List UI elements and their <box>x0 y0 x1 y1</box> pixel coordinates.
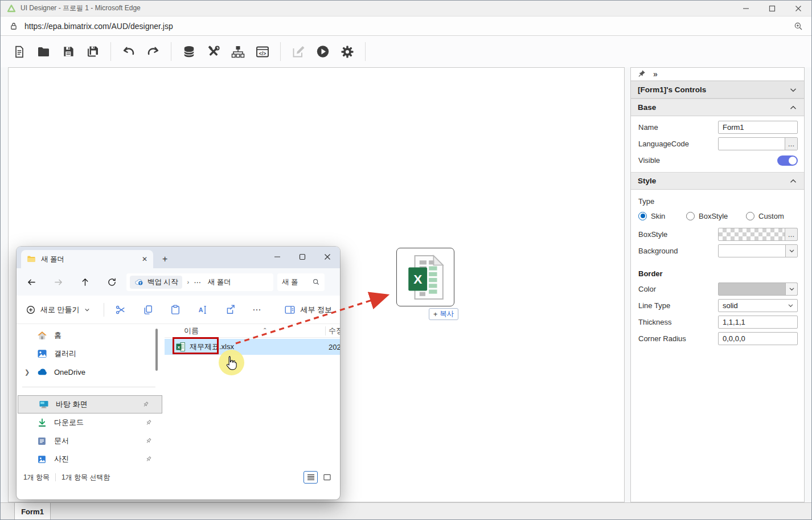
column-modified[interactable]: 수정 <box>329 326 340 336</box>
close-button[interactable] <box>785 1 811 16</box>
new-file-icon[interactable] <box>13 45 26 59</box>
column-divider[interactable] <box>325 326 326 335</box>
tools-icon[interactable] <box>207 45 220 59</box>
breadcrumb-more[interactable]: ⋯ <box>194 278 201 286</box>
column-name[interactable]: 이름 <box>184 326 199 336</box>
address-bar[interactable]: 백업 시작 › ⋯ 새 폴더 <box>126 273 273 291</box>
radio-custom[interactable] <box>746 212 754 220</box>
minimize-button[interactable] <box>733 1 759 16</box>
radio-skin[interactable] <box>638 212 647 220</box>
maximize-button[interactable] <box>759 1 785 16</box>
pin-icon[interactable] <box>638 69 646 79</box>
redo-icon[interactable] <box>146 45 160 59</box>
border-color-row: Color <box>631 281 804 297</box>
properties-panel: » [Form1]'s Controls Base Name LanguageC… <box>630 67 805 502</box>
border-color-label: Color <box>638 285 718 293</box>
database-icon[interactable] <box>182 45 196 59</box>
corner-radius-input[interactable] <box>718 332 798 345</box>
sidebar-item-home[interactable]: 홈 <box>17 326 165 345</box>
file-modified-date: 2025 <box>329 343 340 351</box>
open-folder-icon[interactable] <box>37 45 51 59</box>
rename-icon[interactable]: A <box>196 304 209 316</box>
line-type-row: Line Type solid <box>631 297 804 314</box>
chevron-down-icon <box>84 307 90 313</box>
pin-icon <box>142 401 149 408</box>
border-color-dropdown-button[interactable] <box>785 283 797 295</box>
new-tab-button[interactable]: + <box>162 254 167 264</box>
explorer-tab[interactable]: 새 폴더 ✕ <box>21 250 153 268</box>
chevron-down-icon <box>789 286 795 292</box>
back-icon[interactable] <box>23 277 39 287</box>
style-section-header[interactable]: Style <box>631 172 804 190</box>
refresh-icon[interactable] <box>104 277 120 287</box>
languagecode-browse-button[interactable]: … <box>785 138 797 150</box>
list-view-icon <box>307 474 315 481</box>
sidebar-item-downloads[interactable]: 다운로드 <box>17 413 165 432</box>
window-title: UI Designer - 프로필 1 - Microsoft Edge <box>20 3 141 13</box>
app-favicon-icon <box>7 4 16 13</box>
url-bar[interactable]: https://epa.bimatrix.com/AUD/designer.js… <box>1 17 811 36</box>
share-icon[interactable] <box>224 304 236 316</box>
controls-header[interactable]: [Form1]'s Controls <box>631 81 804 99</box>
explorer-minimize-button[interactable] <box>274 252 281 263</box>
name-input[interactable] <box>718 121 798 134</box>
visible-row: Visible <box>631 152 804 169</box>
save-all-icon[interactable] <box>86 45 100 59</box>
background-dropdown-button[interactable] <box>785 245 797 257</box>
status-selected-count: 1개 항목 선택함 <box>61 473 110 482</box>
sidebar-item-desktop[interactable]: 바탕 화면 <box>18 395 162 413</box>
zoom-page-icon[interactable] <box>793 21 803 31</box>
large-icons-view-button[interactable] <box>320 471 334 484</box>
sidebar-item-gallery[interactable]: 갤러리 <box>17 345 165 363</box>
breadcrumb-chevron[interactable]: › <box>187 279 189 285</box>
run-icon[interactable] <box>316 45 330 59</box>
new-item-button[interactable]: 새로 만들기 <box>26 305 90 315</box>
tab-close-icon[interactable]: ✕ <box>142 255 147 263</box>
drag-copy-badge: + 복사 <box>429 308 458 320</box>
url-text[interactable]: https://epa.bimatrix.com/AUD/designer.js… <box>24 22 173 31</box>
column-headers: 이름 ⌃ 수정 <box>165 324 340 338</box>
code-icon[interactable]: </> <box>256 45 269 59</box>
copy-icon[interactable] <box>142 304 154 316</box>
tab-form1[interactable]: Form1 <box>14 503 51 520</box>
sidebar-item-documents[interactable]: 문서 <box>17 432 165 450</box>
cut-icon[interactable] <box>114 304 127 316</box>
collapse-panel-icon[interactable]: » <box>653 69 658 79</box>
sidebar-item-pictures[interactable]: 사진 <box>17 450 165 468</box>
undo-icon[interactable] <box>122 45 136 59</box>
explorer-maximize-button[interactable] <box>299 252 306 263</box>
form-tab-strip: Form1 <box>1 502 811 520</box>
details-pane-button[interactable]: 세부 정보 <box>284 305 332 315</box>
backup-chip[interactable]: 백업 시작 <box>130 276 182 289</box>
expand-chevron-icon[interactable]: ❯ <box>24 368 30 376</box>
boxstyle-browse-button[interactable]: … <box>785 228 797 240</box>
base-section-header[interactable]: Base <box>631 99 804 116</box>
up-icon[interactable] <box>77 277 93 287</box>
chevron-down-icon <box>789 86 797 94</box>
sitemap-icon[interactable] <box>231 45 245 59</box>
dropped-excel-control[interactable]: X <box>396 248 454 306</box>
name-label: Name <box>638 123 718 132</box>
explorer-command-bar: 새로 만들기 A ⋯ 세부 정보 <box>17 296 340 324</box>
chevron-up-icon <box>789 104 797 112</box>
designer-toolbar: </> <box>1 36 811 67</box>
search-icon <box>312 278 320 286</box>
paste-icon[interactable] <box>169 304 182 316</box>
explorer-close-button[interactable] <box>324 252 331 263</box>
search-box[interactable]: 새 폴 <box>277 273 325 291</box>
save-icon[interactable] <box>61 45 75 59</box>
corner-radius-label: Corner Radius <box>638 334 718 343</box>
details-view-button[interactable] <box>304 471 318 484</box>
sidebar-item-onedrive[interactable]: ❯ OneDrive <box>17 363 165 381</box>
breadcrumb-folder[interactable]: 새 폴더 <box>208 277 231 287</box>
radio-boxstyle[interactable] <box>686 212 695 220</box>
lock-icon <box>9 21 19 31</box>
line-type-select[interactable]: solid <box>718 299 798 312</box>
settings-icon[interactable] <box>341 45 354 59</box>
languagecode-label: LanguageCode <box>638 140 718 148</box>
sidebar-scrollbar[interactable] <box>155 329 158 371</box>
file-explorer-window: 새 폴더 ✕ + 백업 시작 › <box>17 247 340 499</box>
more-options-button[interactable]: ⋯ <box>251 304 264 316</box>
visible-toggle[interactable] <box>777 155 798 166</box>
thickness-input[interactable] <box>718 316 798 329</box>
